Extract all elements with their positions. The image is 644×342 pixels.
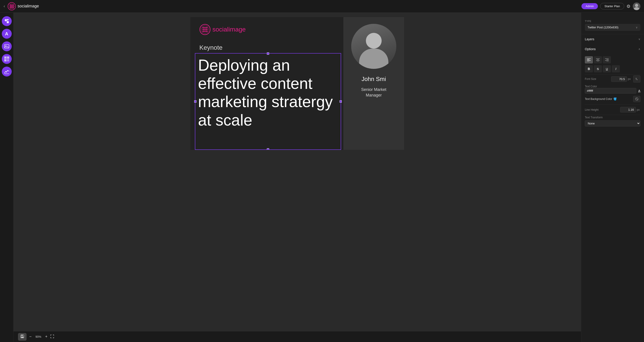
logo: socialimage: [8, 2, 579, 10]
svg-point-11: [635, 4, 638, 7]
strikethrough-icon: S: [597, 67, 599, 71]
type-label: Type: [585, 20, 640, 22]
svg-rect-38: [206, 30, 208, 32]
bottom-bar: − 90% +: [14, 331, 581, 342]
align-center-button[interactable]: [594, 56, 602, 64]
svg-rect-5: [10, 6, 11, 7]
line-height-unit: px: [637, 108, 640, 112]
text-alignment-row: [585, 56, 640, 64]
svg-rect-14: [7, 21, 9, 23]
svg-rect-10: [12, 7, 14, 8]
avatar[interactable]: [633, 2, 640, 10]
back-button[interactable]: ‹: [4, 4, 5, 8]
svg-rect-35: [206, 29, 208, 30]
svg-rect-36: [202, 30, 204, 32]
plan-button[interactable]: Starter Plan: [600, 3, 624, 10]
handle-right-center[interactable]: [340, 100, 342, 102]
save-button[interactable]: [18, 333, 26, 341]
text-box-selected[interactable]: Deploying an effective content marketing…: [195, 53, 341, 150]
svg-rect-30: [202, 27, 204, 28]
handle-left-center[interactable]: [194, 100, 196, 102]
zoom-level: 90%: [34, 335, 42, 338]
text-color-input[interactable]: [585, 88, 636, 94]
canvas-right[interactable]: John Smi Senior MarketManager: [344, 17, 404, 150]
zoom-in-button[interactable]: +: [45, 334, 48, 339]
text-transform-select[interactable]: None Uppercase Lowercase Capitalize: [585, 120, 640, 126]
text-color-icon: A: [638, 89, 640, 93]
svg-rect-24: [7, 60, 8, 60]
zoom-out-button[interactable]: −: [29, 334, 32, 339]
underline-icon: U: [606, 67, 608, 71]
sidebar-item-images[interactable]: [2, 42, 12, 51]
options-chevron-icon: ∧: [638, 48, 640, 50]
svg-rect-23: [5, 60, 6, 61]
profile-image: [351, 24, 396, 69]
separator-2: [585, 115, 640, 115]
shapes-icon: [4, 19, 9, 24]
options-label: Options: [585, 47, 596, 51]
svg-text:T: T: [636, 79, 638, 80]
svg-rect-21: [8, 57, 8, 58]
type-select[interactable]: Twitter Post (1200x630) ∨: [585, 24, 640, 31]
sidebar-item-analytics[interactable]: [2, 66, 12, 76]
type-select-text: Twitter Post (1200x630): [588, 26, 618, 29]
layers-chevron-icon: ∨: [638, 38, 640, 41]
svg-rect-41: [21, 336, 24, 338]
sidebar-item-shapes[interactable]: [2, 16, 12, 26]
text-bg-color-button[interactable]: [633, 96, 640, 102]
top-navigation: ‹ socialimage Admin Starter Plan ⚙: [0, 0, 644, 12]
admin-button[interactable]: Admin: [582, 3, 598, 9]
type-section: Type Twitter Post (1200x630) ∨: [581, 17, 644, 34]
text-bg-color-label-text: Text Background Color: [585, 98, 612, 100]
align-center-icon: [596, 58, 600, 62]
svg-marker-15: [7, 19, 9, 21]
strikethrough-button[interactable]: S: [594, 65, 602, 72]
canvas-left[interactable]: socialimage Keynote Deploying an effecti…: [190, 17, 344, 150]
line-height-input-group: px: [620, 107, 640, 112]
handle-bottom-center[interactable]: [267, 148, 269, 150]
svg-rect-25: [8, 60, 9, 60]
options-section-header[interactable]: Options ∧: [581, 44, 644, 54]
text-icon: A: [5, 31, 8, 36]
svg-rect-32: [206, 27, 208, 28]
canvas-logo-icon: [199, 24, 210, 35]
canvas-scroll[interactable]: socialimage Keynote Deploying an effecti…: [14, 12, 581, 331]
italic-button[interactable]: I: [612, 65, 620, 72]
font-size-input[interactable]: [611, 76, 627, 82]
font-resize-button[interactable]: T T: [633, 76, 640, 82]
fit-icon: [50, 334, 54, 338]
layers-label: Layers: [585, 37, 594, 41]
canvas-logo-text: socialimage: [212, 26, 246, 33]
align-right-button[interactable]: [603, 56, 611, 64]
left-sidebar: A: [0, 12, 14, 342]
text-color-section: Text Color A: [585, 85, 640, 94]
gear-icon[interactable]: ⚙: [626, 4, 630, 9]
underline-button[interactable]: U: [603, 65, 611, 72]
svg-rect-9: [11, 7, 12, 8]
profile-title: Senior MarketManager: [344, 87, 404, 98]
layers-section-header[interactable]: Layers ∨: [581, 34, 644, 44]
main-content: A: [0, 12, 644, 342]
svg-point-12: [634, 7, 640, 10]
no-color-icon: [635, 98, 638, 100]
right-panel: Type Twitter Post (1200x630) ∨ Layers ∨ …: [581, 12, 644, 342]
logo-text: socialimage: [18, 4, 39, 8]
save-icon: [20, 334, 24, 338]
svg-rect-4: [12, 4, 14, 6]
align-left-button[interactable]: [585, 56, 593, 64]
font-size-label: Font Size: [585, 78, 611, 80]
canvas-area: socialimage Keynote Deploying an effecti…: [14, 12, 581, 342]
svg-rect-3: [11, 4, 12, 6]
svg-rect-37: [204, 30, 206, 32]
sidebar-item-text[interactable]: A: [2, 29, 12, 39]
bold-button[interactable]: B: [585, 65, 593, 72]
handle-top-center[interactable]: [267, 52, 269, 55]
logo-icon: [8, 2, 16, 10]
sidebar-item-qr[interactable]: [2, 54, 12, 64]
canvas-container: socialimage Keynote Deploying an effecti…: [190, 17, 404, 150]
profile-name: John Smi: [344, 76, 404, 82]
fit-screen-button[interactable]: [50, 334, 54, 339]
topnav-right: Admin Starter Plan ⚙: [582, 2, 640, 10]
italic-icon: I: [616, 67, 616, 71]
line-height-input[interactable]: [620, 107, 636, 112]
